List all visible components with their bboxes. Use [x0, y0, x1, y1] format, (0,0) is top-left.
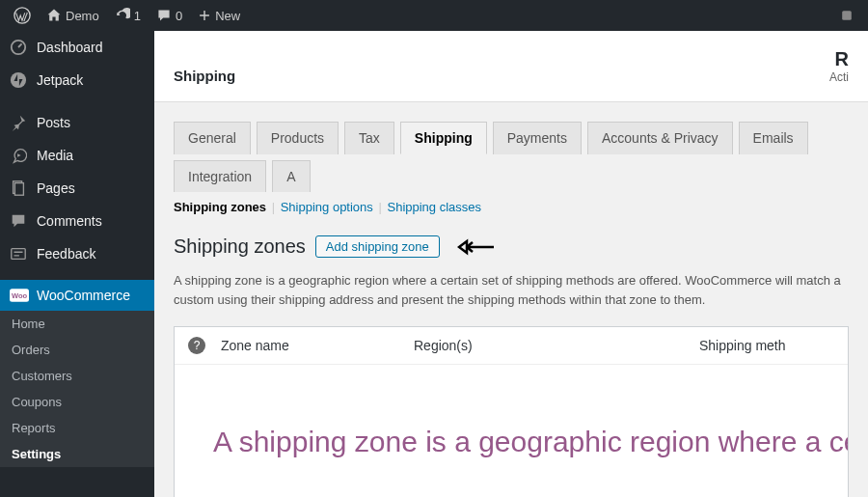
shipping-zones-table: ? Zone name Region(s) Shipping meth A sh… [174, 326, 849, 497]
content-area: Shipping R Acti General Products Tax Shi… [154, 31, 868, 497]
sidebar-item-label: Jetpack [37, 72, 83, 88]
tab-products[interactable]: Products [257, 122, 339, 154]
tab-integration[interactable]: Integration [174, 160, 266, 192]
add-shipping-zone-button[interactable]: Add shipping zone [315, 235, 440, 258]
svg-rect-6 [12, 249, 25, 260]
admin-sidebar: Dashboard Jetpack Posts Media Pages Comm… [0, 31, 154, 497]
wordpress-icon [14, 7, 31, 24]
sidebar-item-posts[interactable]: Posts [0, 106, 154, 139]
col-zone-name: Zone name [221, 338, 414, 353]
col-regions: Region(s) [414, 338, 699, 353]
settings-tabs: General Products Tax Shipping Payments A… [154, 102, 868, 192]
comments-count: 0 [176, 9, 182, 23]
site-name: Demo [66, 9, 99, 23]
pin-icon [10, 114, 29, 131]
submenu-item-settings[interactable]: Settings [0, 441, 154, 467]
page-header: Shipping R Acti [154, 31, 868, 102]
sidebar-item-media[interactable]: Media [0, 139, 154, 172]
empty-state-pane: A shipping zone is a geographic region w… [175, 364, 848, 497]
subnav-classes[interactable]: Shipping classes [387, 200, 481, 214]
sidebar-item-feedback[interactable]: Feedback [0, 237, 154, 270]
sidebar-item-jetpack[interactable]: Jetpack [0, 64, 154, 97]
wp-logo[interactable] [6, 0, 39, 31]
home-icon [46, 8, 62, 23]
notifications-link[interactable] [831, 0, 862, 31]
plus-icon [198, 9, 211, 22]
tab-emails[interactable]: Emails [739, 122, 808, 154]
sidebar-item-label: Feedback [37, 246, 95, 262]
admin-bar: Demo 1 0 New [0, 0, 868, 31]
section-heading: Shipping zones [174, 235, 306, 258]
help-icon[interactable]: ? [188, 337, 205, 354]
site-link[interactable]: Demo [39, 0, 107, 31]
comments-icon [10, 212, 29, 230]
svg-rect-5 [14, 183, 23, 196]
tab-advanced[interactable]: A [272, 160, 310, 192]
refresh-icon [115, 8, 130, 23]
sidebar-item-dashboard[interactable]: Dashboard [0, 31, 154, 64]
subnav-options[interactable]: Shipping options [281, 200, 373, 214]
subnav-zones[interactable]: Shipping zones [174, 200, 266, 214]
comments-link[interactable]: 0 [149, 0, 190, 31]
tab-general[interactable]: General [174, 122, 251, 154]
sidebar-item-comments[interactable]: Comments [0, 205, 154, 237]
sidebar-item-label: WooCommerce [37, 288, 130, 303]
submenu-item-home[interactable]: Home [0, 311, 154, 337]
tab-tax[interactable]: Tax [344, 122, 394, 154]
new-link[interactable]: New [190, 0, 248, 31]
page-title: Shipping [174, 68, 235, 84]
notification-icon [839, 8, 854, 23]
table-header: ? Zone name Region(s) Shipping meth [175, 327, 848, 364]
submenu-item-customers[interactable]: Customers [0, 363, 154, 389]
sidebar-item-woocommerce[interactable]: Woo WooCommerce [0, 280, 154, 311]
new-label: New [215, 9, 240, 23]
submenu-item-orders[interactable]: Orders [0, 337, 154, 363]
updates-count: 1 [134, 9, 141, 23]
pages-icon [10, 179, 29, 197]
sub-nav: Shipping zones | Shipping options | Ship… [154, 192, 868, 222]
sidebar-item-label: Pages [37, 180, 75, 196]
woocommerce-icon: Woo [10, 288, 29, 303]
submenu-item-coupons[interactable]: Coupons [0, 389, 154, 415]
woocommerce-submenu: Home Orders Customers Coupons Reports Se… [0, 311, 154, 467]
annotation-arrow-icon [457, 238, 496, 256]
sidebar-item-label: Posts [37, 115, 70, 130]
submenu-item-reports[interactable]: Reports [0, 415, 154, 441]
jetpack-icon [10, 71, 29, 89]
tab-payments[interactable]: Payments [493, 122, 582, 154]
svg-text:Woo: Woo [12, 291, 28, 300]
section-description: A shipping zone is a geographic region w… [154, 263, 868, 326]
tab-shipping[interactable]: Shipping [400, 122, 487, 154]
svg-point-3 [11, 72, 26, 88]
header-right-widget: R Acti [829, 48, 849, 84]
media-icon [10, 147, 29, 164]
col-shipping-methods: Shipping meth [699, 338, 834, 353]
updates-link[interactable]: 1 [107, 0, 149, 31]
empty-state-text: A shipping zone is a geographic region w… [213, 423, 848, 460]
comment-icon [156, 8, 172, 23]
sidebar-item-label: Media [37, 148, 73, 163]
sidebar-item-label: Dashboard [37, 40, 103, 55]
dashboard-icon [10, 39, 29, 56]
feedback-icon [10, 245, 29, 262]
tab-accounts[interactable]: Accounts & Privacy [587, 122, 733, 154]
svg-rect-1 [842, 11, 852, 20]
sidebar-item-label: Comments [37, 213, 102, 229]
sidebar-item-pages[interactable]: Pages [0, 172, 154, 205]
